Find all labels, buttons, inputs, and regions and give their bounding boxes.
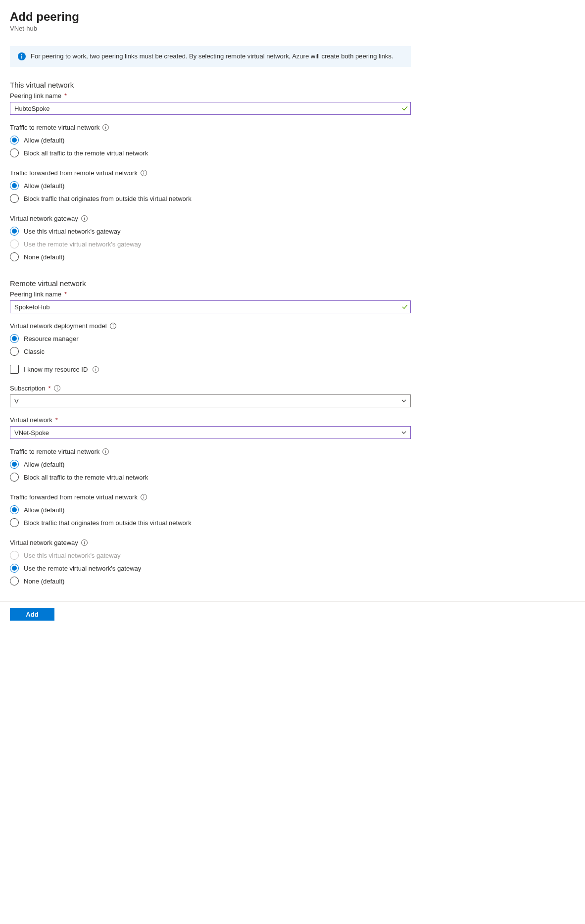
validation-check-icon [402, 304, 408, 310]
local-traffic-to-remote-group: Allow (default) Block all traffic to the… [10, 134, 411, 159]
label-text: Virtual network [10, 416, 52, 424]
radio-icon [10, 148, 19, 157]
local-gateway-group: Use this virtual network's gateway Use t… [10, 225, 411, 263]
svg-point-5 [105, 126, 106, 127]
info-icon[interactable] [81, 215, 88, 222]
label-text: Virtual network gateway [10, 215, 78, 222]
remote-traffic-forwarded-group: Allow (default) Block traffic that origi… [10, 503, 411, 529]
remote-traffic-to-remote-allow[interactable]: Allow (default) [10, 458, 411, 471]
select-value: V [14, 397, 19, 405]
page-subtitle: VNet-hub [10, 25, 411, 32]
subscription-label: Subscription * [10, 385, 411, 392]
svg-point-11 [84, 217, 85, 218]
svg-point-8 [144, 171, 145, 172]
remote-gateway-none[interactable]: None (default) [10, 575, 411, 587]
label-text: Traffic to remote virtual network [10, 124, 99, 131]
local-traffic-to-remote-allow[interactable]: Allow (default) [10, 134, 411, 146]
radio-icon [10, 577, 19, 585]
info-icon[interactable] [141, 170, 147, 176]
radio-label: Allow (default) [24, 461, 64, 468]
info-icon [18, 52, 26, 60]
info-banner: For peering to work, two peering links m… [10, 46, 411, 67]
svg-rect-4 [105, 127, 106, 129]
radio-icon [10, 227, 19, 236]
label-text: Traffic to remote virtual network [10, 448, 99, 455]
remote-traffic-forwarded-allow[interactable]: Allow (default) [10, 503, 411, 516]
svg-rect-28 [84, 542, 85, 544]
radio-icon [10, 334, 19, 343]
deployment-model-rm[interactable]: Resource manager [10, 332, 411, 345]
svg-rect-19 [57, 388, 57, 390]
local-traffic-forwarded-label: Traffic forwarded from remote virtual ne… [10, 169, 411, 177]
vnet-select[interactable]: VNet-Spoke [10, 426, 411, 439]
page-title: Add peering [10, 10, 411, 24]
local-gateway-none[interactable]: None (default) [10, 250, 411, 263]
svg-point-2 [21, 54, 22, 55]
remote-gateway-remote[interactable]: Use the remote virtual network's gateway [10, 562, 411, 575]
radio-icon [10, 473, 19, 482]
info-icon[interactable] [102, 124, 109, 131]
radio-label: Block traffic that originates from outsi… [24, 519, 192, 527]
local-section-title: This virtual network [10, 81, 411, 89]
radio-label: Allow (default) [24, 182, 64, 190]
radio-label: Block all traffic to the remote virtual … [24, 474, 148, 481]
remote-gateway-label: Virtual network gateway [10, 539, 411, 546]
add-button[interactable]: Add [10, 608, 54, 621]
remote-traffic-to-remote-label: Traffic to remote virtual network [10, 448, 411, 455]
remote-section-title: Remote virtual network [10, 279, 411, 288]
deployment-model-classic[interactable]: Classic [10, 345, 411, 358]
deployment-model-group: Resource manager Classic [10, 332, 411, 358]
remote-gateway-group: Use this virtual network's gateway Use t… [10, 549, 411, 587]
radio-label: Use this virtual network's gateway [24, 552, 120, 559]
label-text: Virtual network gateway [10, 539, 78, 546]
remote-traffic-to-remote-group: Allow (default) Block all traffic to the… [10, 458, 411, 484]
info-icon[interactable] [110, 323, 116, 329]
footer: Add [0, 601, 585, 630]
info-banner-text: For peering to work, two peering links m… [31, 52, 393, 61]
radio-label: Allow (default) [24, 506, 64, 514]
radio-icon [10, 252, 19, 261]
subscription-select[interactable]: V [10, 394, 411, 407]
info-icon[interactable] [81, 539, 88, 546]
radio-icon [10, 194, 19, 203]
required-asterisk: * [55, 416, 58, 424]
radio-label: Allow (default) [24, 137, 64, 144]
info-icon[interactable] [93, 366, 99, 373]
radio-icon [10, 181, 19, 190]
info-icon[interactable] [141, 494, 147, 500]
svg-rect-13 [113, 326, 113, 328]
radio-label: Block traffic that originates from outsi… [24, 195, 192, 202]
svg-point-17 [96, 367, 97, 368]
info-icon[interactable] [54, 385, 60, 391]
svg-point-23 [105, 450, 106, 451]
local-traffic-forwarded-block[interactable]: Block traffic that originates from outsi… [10, 192, 411, 205]
radio-label: Use the remote virtual network's gateway [24, 565, 141, 572]
local-gateway-label: Virtual network gateway [10, 215, 411, 222]
validation-check-icon [402, 105, 408, 111]
local-traffic-to-remote-block[interactable]: Block all traffic to the remote virtual … [10, 146, 411, 159]
remote-traffic-forwarded-block[interactable]: Block traffic that originates from outsi… [10, 516, 411, 529]
label-text: Virtual network deployment model [10, 322, 107, 330]
required-asterisk: * [64, 92, 67, 99]
checkbox-icon [10, 365, 19, 374]
local-peering-link-input[interactable] [10, 102, 411, 115]
know-resource-id-checkbox[interactable]: I know my resource ID [10, 363, 411, 376]
local-traffic-forwarded-allow[interactable]: Allow (default) [10, 179, 411, 192]
info-icon[interactable] [102, 448, 109, 455]
svg-rect-16 [96, 369, 96, 371]
chevron-down-icon [401, 398, 407, 404]
radio-label: None (default) [24, 253, 64, 261]
required-asterisk: * [49, 385, 51, 392]
remote-traffic-to-remote-block[interactable]: Block all traffic to the remote virtual … [10, 471, 411, 484]
remote-peering-link-input[interactable] [10, 300, 411, 313]
local-gateway-this[interactable]: Use this virtual network's gateway [10, 225, 411, 238]
label-text: Traffic forwarded from remote virtual ne… [10, 493, 138, 501]
label-text: Peering link name [10, 291, 61, 298]
radio-label: Use this virtual network's gateway [24, 228, 120, 235]
radio-label: Classic [24, 348, 45, 355]
svg-point-29 [84, 541, 85, 542]
svg-point-20 [56, 387, 57, 388]
chevron-down-icon [401, 430, 407, 436]
svg-point-14 [112, 324, 113, 325]
radio-icon [10, 518, 19, 527]
